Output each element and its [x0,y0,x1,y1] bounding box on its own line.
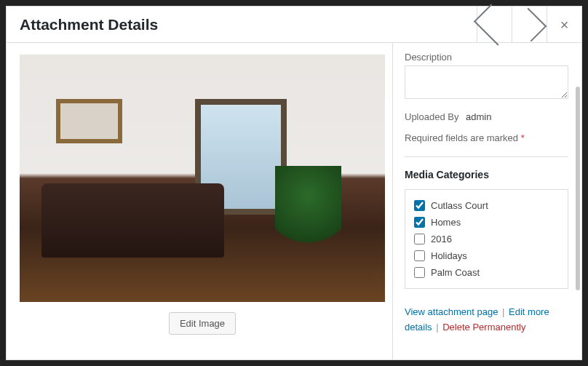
category-row[interactable]: Homes [414,214,560,231]
category-row[interactable]: Palm Coast [414,264,560,281]
next-button[interactable] [512,7,547,42]
uploaded-by-label: Uploaded By [405,111,458,122]
modal-backdrop: Attachment Details × [0,0,588,366]
link-separator: | [502,306,504,317]
category-label: Holidays [431,250,467,261]
category-label: Palm Coast [431,267,480,278]
modal-title: Attachment Details [20,16,158,33]
edit-image-button[interactable]: Edit Image [169,312,236,335]
required-asterisk: * [521,132,525,143]
delete-permanently-link[interactable]: Delete Permanently [442,322,525,333]
header-controls: × [477,7,581,42]
category-checkbox-2016[interactable] [414,234,425,244]
modal-header: Attachment Details × [7,7,581,43]
image-panel: Edit Image [7,43,392,359]
category-row[interactable]: Cutlass Court [414,197,560,214]
media-categories-box: Cutlass Court Homes 2016 Holidays [405,189,568,289]
category-row[interactable]: 2016 [414,231,560,247]
category-label: Cutlass Court [431,200,488,211]
category-checkbox-cutlass-court[interactable] [414,200,425,211]
category-label: 2016 [431,234,452,244]
uploaded-by-value: admin [466,111,491,122]
category-checkbox-palm-coast[interactable] [414,267,425,278]
media-categories-title: Media Categories [405,169,568,180]
chevron-left-icon [474,4,515,45]
category-row[interactable]: Holidays [414,247,560,264]
divider [405,156,568,157]
close-icon: × [560,17,569,32]
required-note: Required fields are marked * [405,132,568,143]
close-button[interactable]: × [547,7,581,42]
attachment-image [20,55,385,302]
link-separator: | [436,322,438,333]
attachment-preview [20,55,385,302]
image-decoration [56,99,122,143]
category-label: Homes [431,217,461,228]
view-attachment-link[interactable]: View attachment page [405,306,498,317]
category-checkbox-homes[interactable] [414,217,425,228]
details-panel: Description Uploaded By admin Required f… [392,43,581,359]
attachment-details-modal: Attachment Details × [6,6,582,360]
attachment-links: View attachment page | Edit more details… [405,305,568,335]
description-field[interactable] [405,65,568,99]
scrollbar[interactable] [576,87,580,290]
description-label: Description [405,52,568,63]
uploaded-by-row: Uploaded By admin [405,111,568,122]
chevron-right-icon [512,7,547,41]
prev-button[interactable] [477,7,512,42]
category-checkbox-holidays[interactable] [414,250,425,261]
modal-body: Edit Image Description Uploaded By admin… [7,43,581,359]
image-decoration [275,166,341,265]
